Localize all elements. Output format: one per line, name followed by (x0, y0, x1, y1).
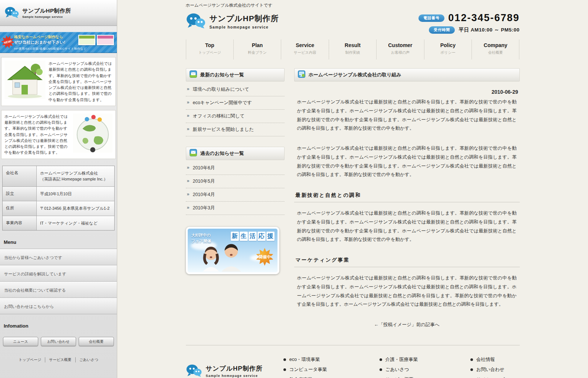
nav-label: Customer (377, 42, 424, 48)
archive-link-2010-03[interactable]: » 2010年3月 (186, 202, 285, 215)
archive-link-label: 2010年4月 (193, 192, 215, 198)
fair-campaign-banner[interactable]: 大好評中の フェア開催 新 生 活 応 援 開催中 (186, 227, 279, 274)
site-logo-subtitle: Sample homepage service (210, 25, 279, 29)
table-row: 住所 〒012-3456 見本県見本市サンプル1-2 (3, 201, 114, 216)
nav-label: Policy (424, 42, 472, 48)
sidebar-logo[interactable]: サンプルHP制作所 Sample homepage service (0, 0, 117, 26)
nav-sublabel: ポリシー (424, 50, 472, 55)
archive-title: 過去のお知らせ一覧 (200, 150, 244, 157)
latest-news-title: 最新のお知らせ一覧 (200, 72, 244, 78)
nav-item-customer[interactable]: Customer お客様の声 (376, 40, 424, 59)
footer-link-company-info[interactable]: 会社情報 (470, 357, 505, 363)
bullet-icon (470, 358, 473, 361)
sidebar-item-contact[interactable]: お問い合わせはこちらから (0, 298, 117, 314)
footer-link-eco[interactable]: eco・環境事業 (283, 357, 327, 363)
footer-link-service-overview[interactable]: サービス概要 (380, 377, 418, 378)
archive-header: 過去のお知らせ一覧 (186, 147, 285, 160)
menu-heading: Menu (4, 239, 113, 245)
sidebar-ad-banner[interactable]: NEW! 格安なホームページ制作なら ぜひ当社におまかせ下さい! HP運用/SE… (0, 32, 117, 53)
fair-title-char: 活 (249, 232, 257, 241)
fair-banner-title: 新 生 活 応 援 (231, 232, 275, 241)
archive-link-2010-05[interactable]: » 2010年5月 (186, 175, 285, 188)
double-chevron-icon: » (187, 86, 190, 92)
ad-copy: 格安なホームページ制作なら ぜひ当社におまかせ下さい! (14, 34, 65, 45)
news-link-new-service[interactable]: » 新規サービスを開始しました (186, 123, 285, 136)
footer-column-2: 介護・医療事業 ごあいさつ サービス概要 (380, 357, 418, 378)
page: サンプルHP制作所 Sample homepage service NEW! 格… (0, 0, 588, 378)
nav-label: Top (186, 42, 233, 48)
article-paragraph: ホームページサンプル株式会社では最新技術と自然との調和を目指します。革新的な技術… (297, 274, 517, 309)
sidebar-about-globe-text: ホームページサンプル株式会社では最新技術と自然との調和を目指します。革新的な技術… (4, 113, 70, 156)
ad-thumbnail-pink (97, 35, 114, 45)
archive-link-2010-06[interactable]: » 2010年6月 (186, 162, 285, 175)
article-header: ホームページサンプル株式会社の取り組み (294, 68, 520, 82)
contact-button[interactable]: お問い合わせ (41, 337, 76, 346)
sidebar-logo-subtitle: Sample homepage service (22, 15, 71, 19)
footer-link-care[interactable]: 介護・医療事業 (380, 357, 418, 363)
nav-item-result[interactable]: Result 制作実績 (329, 40, 376, 59)
company-button[interactable]: 会社概要 (79, 337, 114, 346)
footer-link-label: 介護・医療事業 (385, 357, 418, 363)
nav-item-service[interactable]: Service サービス内容 (281, 40, 328, 59)
sidebar-item-greeting[interactable]: 当社から皆様へごあいさつです (0, 249, 117, 265)
new-badge: NEW! (0, 34, 16, 50)
nav-label: Company (472, 42, 519, 48)
hours-text: 平日 AM10:00 ～ PM5:00 (459, 27, 519, 33)
news-button[interactable]: ニュース (3, 337, 38, 346)
bullet-icon (283, 358, 286, 361)
company-name-label: 会社名 (3, 166, 37, 186)
site-logo[interactable]: サンプルHP制作所 Sample homepage service (186, 12, 279, 30)
ad-line1: 格安なホームページ制作なら (14, 34, 65, 40)
sidebar-footer-link-service[interactable]: サービス概要 (45, 357, 75, 362)
footer-logo[interactable]: サンプルHP制作所 Sample homepage service (186, 355, 263, 378)
news-link-label: オフィスの移転に関して (193, 113, 244, 119)
news-link-office-move[interactable]: » オフィスの移転に関して (186, 110, 285, 123)
main-nav: Top トップページ Plan 料金プラン Service サービス内容 Res… (186, 40, 520, 59)
company-info-table: 会社名 ホームページサンプル株式会社 （英語表記 Homepage sample… (2, 166, 115, 231)
footer-link-contact[interactable]: お問い合わせ (470, 367, 505, 373)
main-area: ホームページサンプル株式会社のサイトです サ (117, 0, 588, 378)
footer-link-greeting[interactable]: ごあいさつ (380, 367, 418, 373)
business-value: IT・マーケティング・福祉など (37, 216, 114, 231)
archive-link-label: 2010年6月 (193, 165, 215, 171)
sidebar-footer-link-top[interactable]: トップページ (15, 357, 45, 362)
footer-link-restaurant[interactable]: 飲食店事業 (283, 377, 327, 378)
sidebar-about-globe: ホームページサンプル株式会社では最新技術と自然との調和を目指します。革新的な技術… (1, 110, 116, 159)
nav-sublabel: サービス内容 (281, 50, 328, 55)
content-left-column: 最新のお知らせ一覧 » 環境への取り組みについて » ecoキャンペーン開催中で… (186, 68, 285, 328)
site-logo-text: サンプルHP制作所 Sample homepage service (210, 13, 279, 29)
bullet-icon (380, 358, 382, 361)
bullet-icon (283, 368, 286, 371)
article-paragraph: ホームページサンプル株式会社では最新技術と自然との調和を目指します。革新的な技術… (297, 98, 517, 133)
footer-link-computer[interactable]: コンピュータ事業 (283, 367, 327, 373)
nav-sublabel: 会社概要 (472, 50, 519, 55)
nav-item-plan[interactable]: Plan 料金プラン (233, 40, 281, 59)
double-chevron-icon: » (187, 178, 190, 184)
footer-logo-title: サンプルHP制作所 (206, 364, 263, 373)
established-value: 平成10年1月10日 (37, 187, 114, 201)
archive-link-2010-04[interactable]: » 2010年4月 (186, 188, 285, 202)
sidebar-about-house: ホームページサンプル株式会社では最新技術と自然との調和を目指します。革新的な技術… (1, 57, 116, 106)
company-name-value: ホームページサンプル株式会社 （英語表記 Homepage sample Inc… (37, 166, 114, 186)
archive-icon (190, 149, 197, 158)
table-row: 会社名 ホームページサンプル株式会社 （英語表記 Homepage sample… (3, 166, 114, 187)
sidebar-item-service[interactable]: サービスの詳細を解説しています (0, 265, 117, 282)
nav-item-company[interactable]: Company 会社概要 (472, 40, 519, 59)
news-link-eco-campaign[interactable]: » ecoキャンペーン開催中です (186, 96, 285, 110)
nav-item-policy[interactable]: Policy ポリシー (424, 40, 472, 59)
news-link-label: 環境への取り組みについて (193, 86, 249, 93)
fair-title-char: 応 (257, 232, 266, 241)
footer-link-columns: eco・環境事業 コンピュータ事業 飲食店事業 (283, 355, 520, 378)
footer-logo-text: サンプルHP制作所 Sample homepage service (206, 364, 263, 378)
nav-item-top[interactable]: Top トップページ (186, 40, 233, 59)
footer-link-label: コンピュータ事業 (289, 367, 327, 373)
footer-column-1: eco・環境事業 コンピュータ事業 飲食店事業 (283, 357, 327, 378)
news-link-environment[interactable]: » 環境への取り組みについて (186, 83, 285, 96)
ad-thumbnail-green (78, 35, 95, 45)
sidebar-footer-link-greeting[interactable]: ごあいさつ (75, 357, 102, 362)
footer-link-sitemap[interactable]: サイトマップ (470, 377, 505, 378)
sidebar-item-company[interactable]: 当社の会社概要について確認する (0, 282, 117, 298)
eco-globe-image (73, 113, 112, 154)
footer-column-3: 会社情報 お問い合わせ サイトマップ (470, 357, 505, 378)
previous-article-link[interactable]: ←「投稿イメージ」前の記事へ (294, 322, 520, 328)
